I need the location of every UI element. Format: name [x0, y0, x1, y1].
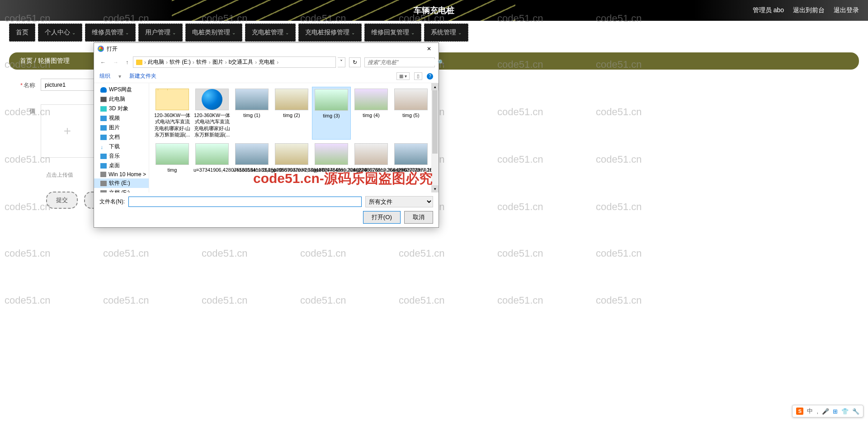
path-segment[interactable]: 软件: [196, 58, 207, 66]
file-item[interactable]: u=1587037039,3791862446&fm=26&gp=0: [272, 141, 311, 175]
path-dropdown-icon[interactable]: ˅: [338, 57, 345, 67]
file-item[interactable]: u=1365941133,251299599&fm=26&gp=0: [232, 141, 271, 175]
path-bar[interactable]: › 此电脑›软件 (E:)›软件›图片›b交通工具›充电桩›: [133, 56, 336, 68]
path-segment[interactable]: 充电桩: [259, 58, 275, 66]
chevron-right-icon: ›: [166, 59, 168, 66]
file-thumb: [156, 143, 189, 165]
ime-brand-icon[interactable]: S: [796, 408, 803, 415]
watermark: code51.cn: [596, 295, 642, 306]
desk-icon: [100, 163, 107, 169]
scroll-up-icon[interactable]: ▴: [431, 83, 439, 90]
sidebar-item-3d[interactable]: 3D 对象: [94, 104, 149, 113]
file-item[interactable]: u=1789784691,3240228307&fm=26&gp=0: [312, 141, 351, 175]
vid-icon: [100, 116, 107, 121]
file-thumb: [354, 143, 388, 165]
nav-item-3[interactable]: 用户管理⌄: [138, 23, 183, 42]
file-item[interactable]: timg (1): [232, 87, 271, 140]
help-icon[interactable]: ?: [427, 73, 433, 80]
file-item[interactable]: u=2562972977,1697437685&fm=26&gp=0: [392, 141, 430, 175]
user-label[interactable]: 管理员 abo: [753, 6, 784, 14]
file-label: u=1789784691,3240228307&fm=26&gp=0: [313, 167, 350, 173]
chevron-right-icon: ›: [193, 59, 194, 66]
up-button[interactable]: ↑: [123, 58, 131, 67]
file-item[interactable]: timg (4): [352, 87, 391, 140]
file-item[interactable]: u=37341906,4280755631&fm=26&gp=0: [193, 141, 231, 175]
name-input[interactable]: [41, 79, 95, 91]
ime-mode[interactable]: 中: [807, 407, 813, 415]
logout-link[interactable]: 退出登录: [834, 6, 859, 14]
path-segment[interactable]: 图片: [212, 58, 223, 66]
file-item[interactable]: timg (5): [392, 87, 430, 140]
search-icon[interactable]: 🔍: [438, 59, 444, 66]
ime-voice-icon[interactable]: ,: [816, 408, 818, 415]
mus-icon: [100, 154, 107, 159]
logout-front-link[interactable]: 退出到前台: [793, 6, 825, 14]
sidebar-item-cloud[interactable]: WPS网盘: [94, 85, 149, 94]
preview-pane-button[interactable]: ▯: [414, 72, 422, 80]
nav-item-5[interactable]: 充电桩管理⌄: [245, 23, 296, 42]
filename-input[interactable]: [128, 197, 362, 207]
scroll-down-icon[interactable]: ▾: [431, 185, 439, 192]
organize-menu[interactable]: 组织: [99, 72, 110, 80]
sidebar-item-desk[interactable]: 桌面: [94, 161, 149, 170]
search-input[interactable]: [368, 59, 436, 66]
nav-item-1[interactable]: 个人中心⌄: [38, 23, 82, 42]
sidebar-item-drive[interactable]: Win 10 Home >: [94, 170, 149, 178]
view-mode-button[interactable]: ▦ ▾: [396, 72, 410, 80]
dialog-title: 打开: [107, 45, 118, 53]
scrollbar[interactable]: ▴ ▾: [431, 83, 439, 192]
file-open-dialog: 打开 ✕ ← → ↑ › 此电脑›软件 (E:)›软件›图片›b交通工具›充电桩…: [94, 42, 439, 228]
ime-settings-icon[interactable]: 🔧: [852, 408, 859, 415]
crumb-home[interactable]: 首页: [20, 57, 33, 64]
file-item[interactable]: 120-360KW一体式电动汽车直流充电机哪家好-山东万辉新能源(...: [193, 87, 231, 140]
nav-item-4[interactable]: 电桩类别管理⌄: [185, 23, 242, 42]
chevron-down-icon: ⌄: [458, 30, 462, 35]
sidebar-item-doc[interactable]: 文档: [94, 132, 149, 142]
ime-mic-icon[interactable]: 🎤: [822, 408, 829, 415]
pc-icon: [100, 97, 107, 102]
refresh-button[interactable]: ↻: [349, 57, 361, 67]
sidebar-item-drive[interactable]: 软件 (E:): [94, 178, 149, 188]
submit-button[interactable]: 提交: [46, 192, 78, 209]
file-item[interactable]: timg (2): [272, 87, 311, 140]
ime-grid-icon[interactable]: ⊞: [833, 408, 838, 415]
nav-item-0[interactable]: 首页: [9, 23, 35, 42]
open-button[interactable]: 打开(O): [363, 211, 401, 224]
nav-item-7[interactable]: 维修回复管理⌄: [364, 23, 421, 42]
file-label: u=37341906,4280755631&fm=26&gp=0: [193, 167, 231, 173]
sidebar-item-pc[interactable]: 此电脑: [94, 94, 149, 104]
ime-toolbar[interactable]: S 中 , 🎤 ⊞ 👕 🔧: [792, 405, 863, 417]
ime-skin-icon[interactable]: 👕: [841, 408, 849, 415]
nav-item-2[interactable]: 维修员管理⌄: [85, 23, 136, 42]
nav-item-6[interactable]: 充电桩报修管理⌄: [298, 23, 362, 42]
scroll-thumb[interactable]: [432, 90, 438, 154]
back-button[interactable]: ←: [98, 58, 108, 67]
file-item[interactable]: timg: [153, 141, 192, 175]
chevron-down-icon: ⌄: [72, 30, 75, 35]
forward-button[interactable]: →: [110, 58, 121, 67]
file-item[interactable]: timg (3): [312, 87, 351, 140]
sidebar-item-vid[interactable]: 视频: [94, 113, 149, 123]
search-box[interactable]: 🔍: [364, 57, 435, 67]
sidebar-item-dl[interactable]: ↓下载: [94, 142, 149, 151]
nav-item-8[interactable]: 系统管理⌄: [424, 23, 468, 42]
path-segment[interactable]: b交通工具: [229, 58, 254, 66]
upload-box[interactable]: +: [41, 104, 94, 158]
sidebar-item-mus[interactable]: 音乐: [94, 151, 149, 161]
chevron-right-icon: ›: [255, 59, 257, 66]
path-segment[interactable]: 此电脑: [148, 58, 164, 66]
dialog-cancel-button[interactable]: 取消: [404, 211, 433, 224]
chevron-down-icon: ⌄: [172, 30, 176, 35]
file-thumb: [394, 143, 428, 165]
chrome-icon: [98, 46, 104, 52]
file-item[interactable]: u=2246626612,3664226370&fm=26&gp=0: [352, 141, 391, 175]
path-segment[interactable]: 软件 (E:): [170, 58, 191, 66]
file-filter-select[interactable]: 所有文件: [365, 196, 433, 207]
sidebar-item-drive[interactable]: 文档 (F:): [94, 188, 149, 192]
close-icon[interactable]: ✕: [423, 45, 435, 53]
file-item[interactable]: 120-360KW一体式电动汽车直流充电机哪家好-山东万辉新能源(...: [153, 87, 192, 140]
app-header: 车辆充电桩 管理员 abo 退出到前台 退出登录: [0, 0, 868, 21]
new-folder-button[interactable]: 新建文件夹: [129, 72, 156, 80]
sidebar-item-pic[interactable]: 图片: [94, 123, 149, 132]
watermark: code51.cn: [202, 295, 248, 306]
